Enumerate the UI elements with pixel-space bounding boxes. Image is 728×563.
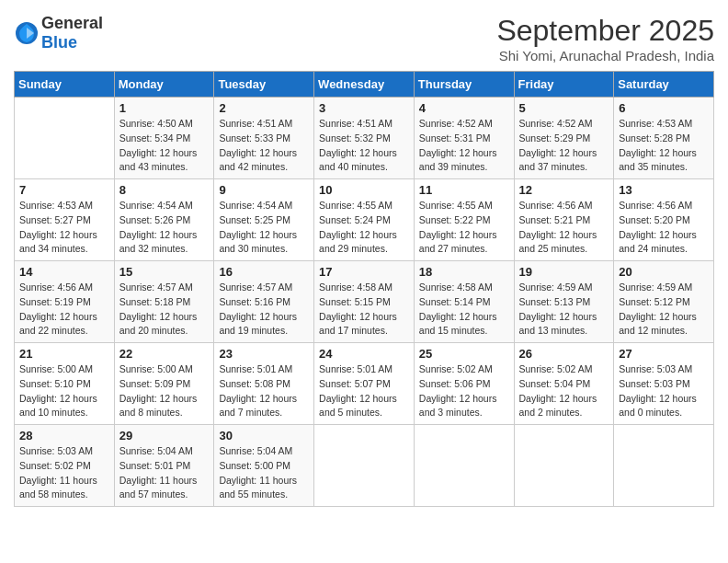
calendar-week-3: 14Sunrise: 4:56 AMSunset: 5:19 PMDayligh… [15, 261, 714, 343]
day-number: 6 [619, 101, 709, 115]
day-info: Sunrise: 4:58 AMSunset: 5:14 PMDaylight:… [419, 281, 509, 339]
day-number: 1 [119, 101, 210, 115]
calendar-cell: 7Sunrise: 4:53 AMSunset: 5:27 PMDaylight… [15, 179, 115, 261]
calendar-body: 1Sunrise: 4:50 AMSunset: 5:34 PMDaylight… [15, 98, 714, 507]
logo-blue-text: Blue [41, 33, 77, 52]
day-info: Sunrise: 4:52 AMSunset: 5:29 PMDaylight:… [519, 117, 609, 175]
calendar-cell: 9Sunrise: 4:54 AMSunset: 5:25 PMDaylight… [214, 179, 314, 261]
calendar-cell: 5Sunrise: 4:52 AMSunset: 5:29 PMDaylight… [514, 98, 614, 179]
day-info: Sunrise: 4:59 AMSunset: 5:12 PMDaylight:… [619, 281, 709, 339]
calendar-cell: 3Sunrise: 4:51 AMSunset: 5:32 PMDaylight… [314, 98, 415, 179]
calendar-cell: 20Sunrise: 4:59 AMSunset: 5:12 PMDayligh… [614, 261, 714, 343]
day-number: 24 [319, 347, 409, 361]
calendar-cell: 17Sunrise: 4:58 AMSunset: 5:15 PMDayligh… [314, 261, 415, 343]
day-info: Sunrise: 4:51 AMSunset: 5:32 PMDaylight:… [319, 117, 409, 175]
calendar-cell: 23Sunrise: 5:01 AMSunset: 5:08 PMDayligh… [214, 343, 314, 425]
calendar-cell: 1Sunrise: 4:50 AMSunset: 5:34 PMDaylight… [114, 98, 214, 179]
day-info: Sunrise: 4:52 AMSunset: 5:31 PMDaylight:… [419, 117, 509, 175]
calendar-cell: 6Sunrise: 4:53 AMSunset: 5:28 PMDaylight… [614, 98, 714, 179]
day-info: Sunrise: 5:02 AMSunset: 5:04 PMDaylight:… [519, 362, 609, 420]
day-number: 3 [319, 101, 409, 115]
day-info: Sunrise: 4:58 AMSunset: 5:15 PMDaylight:… [319, 281, 409, 339]
day-number: 2 [219, 101, 309, 115]
calendar-cell: 22Sunrise: 5:00 AMSunset: 5:09 PMDayligh… [114, 343, 214, 425]
location: Shi Yomi, Arunachal Pradesh, India [496, 48, 714, 63]
calendar-cell: 28Sunrise: 5:03 AMSunset: 5:02 PMDayligh… [15, 425, 115, 507]
calendar-cell: 30Sunrise: 5:04 AMSunset: 5:00 PMDayligh… [214, 425, 314, 507]
day-info: Sunrise: 5:02 AMSunset: 5:06 PMDaylight:… [419, 362, 509, 420]
day-number: 8 [119, 183, 210, 197]
calendar-cell [414, 425, 514, 507]
calendar-header-thursday: Thursday [414, 72, 514, 98]
day-number: 30 [219, 429, 309, 442]
day-number: 4 [419, 101, 509, 115]
day-number: 17 [319, 265, 409, 279]
day-info: Sunrise: 4:55 AMSunset: 5:24 PMDaylight:… [319, 199, 409, 257]
day-number: 10 [319, 183, 409, 197]
day-number: 15 [119, 265, 210, 279]
day-info: Sunrise: 5:01 AMSunset: 5:08 PMDaylight:… [219, 362, 309, 420]
day-number: 13 [619, 183, 709, 197]
calendar-cell: 4Sunrise: 4:52 AMSunset: 5:31 PMDaylight… [414, 98, 514, 179]
calendar-header-tuesday: Tuesday [214, 72, 314, 98]
calendar-cell [514, 425, 614, 507]
calendar-cell: 2Sunrise: 4:51 AMSunset: 5:33 PMDaylight… [214, 98, 314, 179]
calendar-cell: 26Sunrise: 5:02 AMSunset: 5:04 PMDayligh… [514, 343, 614, 425]
calendar-cell [314, 425, 415, 507]
month-title: September 2025 [496, 14, 714, 48]
day-number: 19 [519, 265, 609, 279]
calendar-cell: 10Sunrise: 4:55 AMSunset: 5:24 PMDayligh… [314, 179, 415, 261]
day-info: Sunrise: 4:56 AMSunset: 5:21 PMDaylight:… [519, 199, 609, 257]
day-info: Sunrise: 4:53 AMSunset: 5:27 PMDaylight:… [19, 199, 109, 257]
calendar-cell: 16Sunrise: 4:57 AMSunset: 5:16 PMDayligh… [214, 261, 314, 343]
calendar-header-sunday: Sunday [15, 72, 115, 98]
calendar-header-saturday: Saturday [614, 72, 714, 98]
calendar-cell: 21Sunrise: 5:00 AMSunset: 5:10 PMDayligh… [15, 343, 115, 425]
calendar-header-friday: Friday [514, 72, 614, 98]
calendar-week-1: 1Sunrise: 4:50 AMSunset: 5:34 PMDaylight… [15, 98, 714, 179]
day-info: Sunrise: 5:04 AMSunset: 5:01 PMDaylight:… [119, 444, 210, 502]
day-info: Sunrise: 5:04 AMSunset: 5:00 PMDaylight:… [219, 444, 309, 502]
day-number: 22 [119, 347, 210, 361]
day-number: 23 [219, 347, 309, 361]
calendar-header-monday: Monday [114, 72, 214, 98]
day-number: 21 [19, 347, 109, 361]
day-number: 7 [19, 183, 109, 197]
day-info: Sunrise: 5:00 AMSunset: 5:09 PMDaylight:… [119, 362, 210, 420]
calendar-week-4: 21Sunrise: 5:00 AMSunset: 5:10 PMDayligh… [15, 343, 714, 425]
day-info: Sunrise: 5:03 AMSunset: 5:03 PMDaylight:… [619, 362, 709, 420]
day-number: 14 [19, 265, 109, 279]
day-info: Sunrise: 4:54 AMSunset: 5:25 PMDaylight:… [219, 199, 309, 257]
day-info: Sunrise: 4:59 AMSunset: 5:13 PMDaylight:… [519, 281, 609, 339]
day-info: Sunrise: 4:57 AMSunset: 5:18 PMDaylight:… [119, 281, 210, 339]
day-number: 25 [419, 347, 509, 361]
calendar-cell: 8Sunrise: 4:54 AMSunset: 5:26 PMDaylight… [114, 179, 214, 261]
day-info: Sunrise: 4:55 AMSunset: 5:22 PMDaylight:… [419, 199, 509, 257]
day-info: Sunrise: 4:56 AMSunset: 5:19 PMDaylight:… [19, 281, 109, 339]
day-number: 18 [419, 265, 509, 279]
calendar-cell: 25Sunrise: 5:02 AMSunset: 5:06 PMDayligh… [414, 343, 514, 425]
day-number: 29 [119, 429, 210, 442]
day-info: Sunrise: 4:53 AMSunset: 5:28 PMDaylight:… [619, 117, 709, 175]
logo-general-text: General [41, 14, 103, 32]
day-number: 26 [519, 347, 609, 361]
day-number: 27 [619, 347, 709, 361]
calendar-cell: 29Sunrise: 5:04 AMSunset: 5:01 PMDayligh… [114, 425, 214, 507]
logo: General Blue [14, 14, 103, 52]
calendar-cell: 12Sunrise: 4:56 AMSunset: 5:21 PMDayligh… [514, 179, 614, 261]
calendar-cell: 14Sunrise: 4:56 AMSunset: 5:19 PMDayligh… [15, 261, 115, 343]
day-number: 12 [519, 183, 609, 197]
calendar-cell: 13Sunrise: 4:56 AMSunset: 5:20 PMDayligh… [614, 179, 714, 261]
page-header: General Blue September 2025 Shi Yomi, Ar… [14, 14, 714, 63]
day-info: Sunrise: 4:50 AMSunset: 5:34 PMDaylight:… [119, 117, 210, 175]
calendar-cell: 18Sunrise: 4:58 AMSunset: 5:14 PMDayligh… [414, 261, 514, 343]
calendar-cell: 11Sunrise: 4:55 AMSunset: 5:22 PMDayligh… [414, 179, 514, 261]
calendar-header-wednesday: Wednesday [314, 72, 415, 98]
day-info: Sunrise: 5:00 AMSunset: 5:10 PMDaylight:… [19, 362, 109, 420]
calendar-header-row: SundayMondayTuesdayWednesdayThursdayFrid… [15, 72, 714, 98]
day-number: 5 [519, 101, 609, 115]
calendar-table: SundayMondayTuesdayWednesdayThursdayFrid… [14, 71, 714, 507]
calendar-week-2: 7Sunrise: 4:53 AMSunset: 5:27 PMDaylight… [15, 179, 714, 261]
day-info: Sunrise: 4:54 AMSunset: 5:26 PMDaylight:… [119, 199, 210, 257]
calendar-week-5: 28Sunrise: 5:03 AMSunset: 5:02 PMDayligh… [15, 425, 714, 507]
